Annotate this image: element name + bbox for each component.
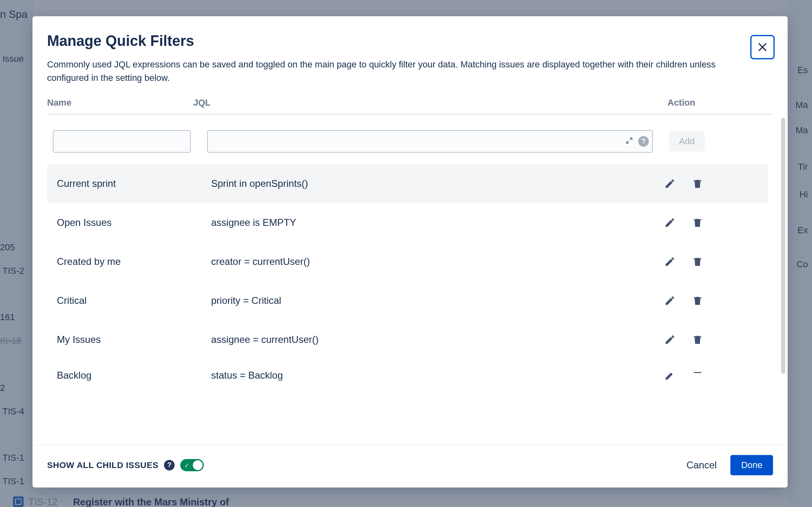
edit-icon[interactable] — [664, 334, 676, 345]
expand-icon[interactable] — [625, 136, 633, 146]
filter-row[interactable]: Open Issues assignee is EMPTY — [47, 203, 768, 242]
edit-icon[interactable] — [664, 178, 676, 189]
help-icon[interactable]: ? — [164, 460, 175, 470]
delete-icon[interactable] — [692, 178, 703, 189]
filter-row[interactable]: Current sprint Sprint in openSprints() — [47, 164, 768, 203]
filter-jql: assignee = currentUser() — [211, 334, 661, 345]
jql-input-icons: ? — [625, 136, 649, 147]
filter-actions — [661, 295, 758, 306]
filter-actions — [661, 370, 758, 381]
jql-input[interactable] — [207, 130, 653, 153]
delete-icon[interactable] — [692, 256, 703, 267]
filter-jql: priority = Critical — [211, 295, 661, 306]
filter-name: Created by me — [57, 256, 211, 267]
show-children-toggle[interactable]: ✓ — [180, 459, 204, 471]
filter-jql: Sprint in openSprints() — [211, 178, 661, 189]
filter-jql: assignee is EMPTY — [211, 217, 661, 228]
scrollbar[interactable] — [781, 118, 785, 374]
modal-description: Commonly used JQL expressions can be sav… — [47, 58, 754, 84]
filters-scroll-area[interactable]: ? Add Current sprint Sprint in openSprin… — [47, 123, 773, 437]
add-button[interactable]: Add — [669, 131, 705, 152]
delete-icon[interactable] — [692, 334, 703, 345]
filter-row[interactable]: Created by me creator = currentUser() — [47, 242, 768, 281]
close-button[interactable] — [750, 35, 775, 59]
delete-icon[interactable] — [692, 295, 703, 306]
footer-right: Cancel Done — [687, 455, 773, 475]
filter-jql: creator = currentUser() — [211, 256, 661, 267]
filter-actions — [661, 334, 758, 345]
filter-name: Critical — [57, 295, 211, 306]
edit-icon[interactable] — [664, 217, 676, 228]
table-header: Name JQL Action — [47, 94, 773, 115]
cancel-button[interactable]: Cancel — [687, 459, 717, 471]
filter-name: My Issues — [57, 334, 211, 345]
help-icon[interactable]: ? — [638, 136, 649, 147]
edit-icon[interactable] — [664, 256, 676, 267]
filter-actions — [661, 217, 758, 228]
filter-row[interactable]: Critical priority = Critical — [47, 281, 768, 320]
close-icon — [757, 41, 768, 53]
filter-row[interactable]: Backlog status = Backlog — [47, 359, 768, 384]
col-header-jql: JQL — [193, 98, 667, 108]
edit-icon[interactable] — [664, 370, 676, 381]
filter-jql: status = Backlog — [211, 370, 661, 381]
delete-icon[interactable] — [692, 217, 703, 228]
check-icon: ✓ — [184, 462, 190, 469]
delete-icon[interactable] — [692, 370, 703, 381]
manage-quick-filters-modal: Manage Quick Filters Commonly used JQL e… — [32, 16, 788, 488]
filter-actions — [661, 178, 758, 189]
footer-left: SHOW ALL CHILD ISSUES ? ✓ — [47, 459, 204, 471]
col-header-action: Action — [667, 98, 773, 108]
modal-body: Manage Quick Filters Commonly used JQL e… — [32, 16, 788, 445]
filter-name: Open Issues — [57, 217, 211, 228]
edit-icon[interactable] — [664, 295, 676, 306]
modal-footer: SHOW ALL CHILD ISSUES ? ✓ Cancel Done — [32, 445, 788, 488]
filter-row[interactable]: My Issues assignee = currentUser() — [47, 320, 768, 359]
filter-name: Current sprint — [57, 178, 211, 189]
done-button[interactable]: Done — [730, 455, 773, 475]
filter-name: Backlog — [57, 370, 211, 381]
new-filter-row: ? Add — [47, 123, 768, 164]
jql-input-wrap: ? — [207, 130, 653, 153]
toggle-knob — [193, 460, 203, 470]
col-header-name: Name — [47, 98, 193, 108]
toggle-label: SHOW ALL CHILD ISSUES — [47, 460, 158, 470]
filter-actions — [661, 256, 758, 267]
name-input[interactable] — [53, 130, 191, 153]
modal-title: Manage Quick Filters — [47, 32, 773, 50]
